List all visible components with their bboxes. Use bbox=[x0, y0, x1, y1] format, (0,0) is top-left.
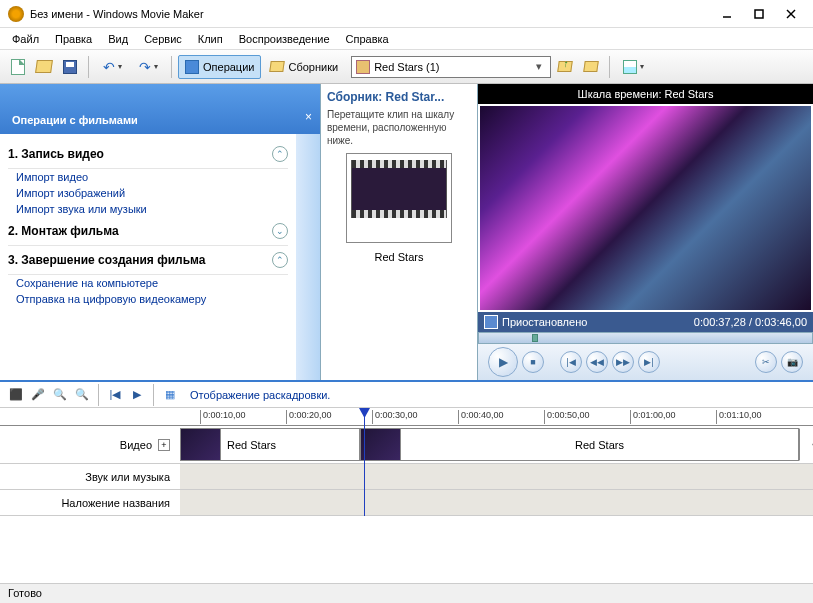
time-ruler[interactable]: 0:00:10,00 0:00:20,00 0:00:30,00 0:00:40… bbox=[180, 408, 813, 426]
show-storyboard-link[interactable]: Отображение раскадровки. bbox=[190, 389, 330, 401]
timeline-rewind-button[interactable]: |◀ bbox=[105, 385, 125, 405]
clip-label: Red Stars bbox=[327, 251, 471, 263]
collections-toggle-button[interactable]: Сборники bbox=[263, 55, 345, 79]
video-track[interactable]: Red Stars Red Stars bbox=[180, 426, 813, 464]
app-icon bbox=[8, 6, 24, 22]
timeline-home-button[interactable]: ⬛ bbox=[6, 385, 26, 405]
collection-description: Перетащите клип на шкалу времени, распол… bbox=[327, 108, 471, 147]
task-link-import-audio[interactable]: Импорт звука или музыки bbox=[8, 201, 288, 217]
task-section-title: 3. Завершение создания фильма bbox=[8, 253, 205, 267]
collapse-icon[interactable]: ⌃ bbox=[272, 252, 288, 268]
close-button[interactable] bbox=[777, 4, 805, 24]
collection-select[interactable]: Red Stars (1) ▾ bbox=[351, 56, 551, 78]
narrate-button[interactable]: 🎤 bbox=[28, 385, 48, 405]
forward-button[interactable]: ▶▶ bbox=[612, 351, 634, 373]
preview-pane: Шкала времени: Red Stars Приостановлено … bbox=[478, 84, 813, 380]
collection-title: Сборник: Red Star... bbox=[327, 90, 471, 104]
menu-play[interactable]: Воспроизведение bbox=[231, 31, 338, 47]
video-clip-2[interactable]: Red Stars bbox=[360, 428, 799, 461]
tasks-decoration bbox=[296, 134, 320, 380]
collapse-icon[interactable]: ⌃ bbox=[272, 146, 288, 162]
timeline-play-button[interactable]: ▶ bbox=[127, 385, 147, 405]
seek-thumb[interactable] bbox=[532, 334, 538, 342]
video-clip-1[interactable]: Red Stars bbox=[180, 428, 360, 461]
playhead[interactable] bbox=[364, 408, 365, 516]
task-section-edit[interactable]: 2. Монтаж фильма ⌄ bbox=[8, 217, 288, 246]
svg-rect-1 bbox=[755, 10, 763, 18]
title-track[interactable] bbox=[180, 490, 813, 516]
menu-help[interactable]: Справка bbox=[338, 31, 397, 47]
menubar: Файл Правка Вид Сервис Клип Воспроизведе… bbox=[0, 28, 813, 50]
status-text: Готово bbox=[8, 587, 42, 599]
save-button[interactable] bbox=[58, 55, 82, 79]
maximize-button[interactable] bbox=[745, 4, 773, 24]
audio-track[interactable] bbox=[180, 464, 813, 490]
track-labels: Видео + Звук или музыка Наложение назван… bbox=[0, 408, 180, 516]
tasks-header: Операции с фильмами × bbox=[0, 84, 320, 134]
timeline-grid: Видео + Звук или музыка Наложение назван… bbox=[0, 408, 813, 516]
folder-icon bbox=[270, 61, 286, 72]
task-section-finish[interactable]: 3. Завершение создания фильма ⌃ bbox=[8, 246, 288, 275]
menu-view[interactable]: Вид bbox=[100, 31, 136, 47]
preview-status-bar: Приостановлено 0:00:37,28 / 0:03:46,00 bbox=[478, 312, 813, 332]
tasks-icon bbox=[185, 60, 199, 74]
task-link-send-camera[interactable]: Отправка на цифровую видеокамеру bbox=[8, 291, 288, 307]
new-button[interactable] bbox=[6, 55, 30, 79]
clip-thumb-icon bbox=[361, 429, 401, 460]
task-section-title: 2. Монтаж фильма bbox=[8, 224, 119, 238]
new-folder-button[interactable] bbox=[579, 55, 603, 79]
open-button[interactable] bbox=[32, 55, 56, 79]
rewind-button[interactable]: ◀◀ bbox=[586, 351, 608, 373]
prev-clip-button[interactable]: |◀ bbox=[560, 351, 582, 373]
task-link-import-video[interactable]: Импорт видео bbox=[8, 169, 288, 185]
tracks-area[interactable]: 0:00:10,00 0:00:20,00 0:00:30,00 0:00:40… bbox=[180, 408, 813, 516]
next-clip-button[interactable]: ▶| bbox=[638, 351, 660, 373]
preview-video[interactable] bbox=[480, 106, 811, 310]
expand-video-button[interactable]: + bbox=[158, 439, 170, 451]
toolbar: ↶ ↷ Операции Сборники Red Stars (1) ▾ ↑ bbox=[0, 50, 813, 84]
undo-button[interactable]: ↶ bbox=[95, 55, 129, 79]
seek-bar[interactable] bbox=[478, 332, 813, 344]
up-level-button[interactable]: ↑ bbox=[553, 55, 577, 79]
menu-file[interactable]: Файл bbox=[4, 31, 47, 47]
menu-edit[interactable]: Правка bbox=[47, 31, 100, 47]
tasks-label: Операции bbox=[203, 61, 254, 73]
separator bbox=[171, 56, 172, 78]
clip-thumbnail[interactable] bbox=[346, 153, 452, 243]
collection-icon bbox=[356, 60, 370, 74]
preview-title: Шкала времени: Red Stars bbox=[478, 84, 813, 104]
play-button[interactable]: ▶ bbox=[488, 347, 518, 377]
view-mode-button[interactable] bbox=[616, 55, 650, 79]
task-section-capture[interactable]: 1. Запись видео ⌃ bbox=[8, 140, 288, 169]
menu-tools[interactable]: Сервис bbox=[136, 31, 190, 47]
stop-button[interactable]: ■ bbox=[522, 351, 544, 373]
tasks-close-button[interactable]: × bbox=[305, 110, 312, 124]
video-track-label: Видео + bbox=[0, 426, 180, 464]
separator bbox=[609, 56, 610, 78]
task-link-save-computer[interactable]: Сохранение на компьютере bbox=[8, 275, 288, 291]
tasks-toggle-button[interactable]: Операции bbox=[178, 55, 261, 79]
zoom-out-button[interactable]: 🔍 bbox=[72, 385, 92, 405]
zoom-in-button[interactable]: 🔍 bbox=[50, 385, 70, 405]
redo-button[interactable]: ↷ bbox=[131, 55, 165, 79]
split-button[interactable]: ✂ bbox=[755, 351, 777, 373]
playback-status: Приостановлено bbox=[502, 316, 587, 328]
window-title: Без имени - Windows Movie Maker bbox=[30, 8, 709, 20]
expand-icon[interactable]: ⌄ bbox=[272, 223, 288, 239]
collection-selected-text: Red Stars (1) bbox=[374, 61, 532, 73]
menu-clip[interactable]: Клип bbox=[190, 31, 231, 47]
tasks-body: 1. Запись видео ⌃ Импорт видео Импорт из… bbox=[0, 134, 320, 380]
dropdown-arrow-icon: ▾ bbox=[532, 60, 546, 73]
minimize-button[interactable] bbox=[713, 4, 741, 24]
separator bbox=[98, 384, 99, 406]
snapshot-button[interactable]: 📷 bbox=[781, 351, 803, 373]
timeline-toolbar: ⬛ 🎤 🔍 🔍 |◀ ▶ ▦ Отображение раскадровки. bbox=[0, 382, 813, 408]
separator bbox=[153, 384, 154, 406]
title-track-label: Наложение названия bbox=[0, 490, 180, 516]
separator bbox=[88, 56, 89, 78]
monitor-icon bbox=[484, 315, 498, 329]
task-link-import-images[interactable]: Импорт изображений bbox=[8, 185, 288, 201]
task-section-title: 1. Запись видео bbox=[8, 147, 104, 161]
timecode: 0:00:37,28 / 0:03:46,00 bbox=[694, 316, 807, 328]
titlebar: Без имени - Windows Movie Maker bbox=[0, 0, 813, 28]
